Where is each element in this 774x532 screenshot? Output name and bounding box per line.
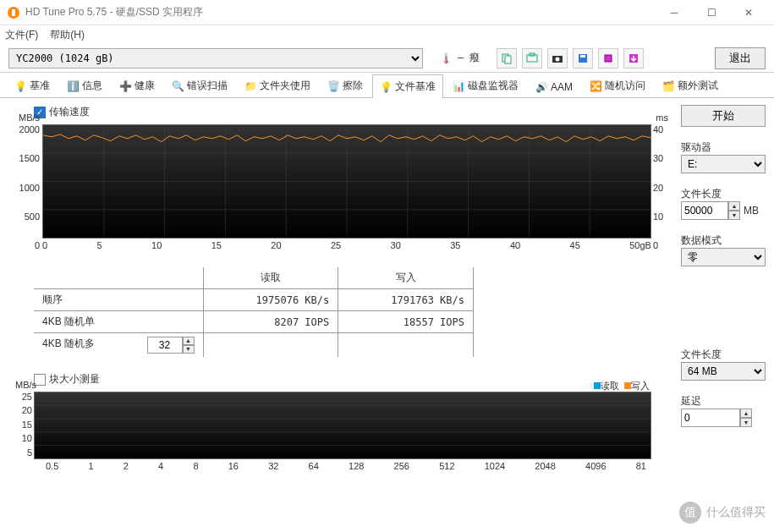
chart2-legend: 读取 写入 [594, 380, 650, 392]
exit-button[interactable]: 退出 [715, 47, 766, 69]
toolbar: YC2000 (1024 gB) 🌡️ — 癈 退出 [0, 44, 774, 73]
block-size-label: 块大小测量 [49, 372, 100, 387]
tab-random-access[interactable]: 🔀随机访问 [582, 74, 653, 97]
temp-value: — 癈 [458, 51, 480, 65]
svg-rect-9 [580, 55, 585, 58]
chart1-y-axis-right: 403020100 [653, 124, 675, 250]
y-unit-left: MB/s [19, 112, 40, 123]
watermark: 值 什么值得买 [679, 502, 766, 524]
speaker-icon: 🔊 [535, 81, 547, 93]
save-icon[interactable] [573, 48, 593, 69]
menubar: 文件(F) 帮助(H) [0, 25, 774, 44]
drive-letter-select[interactable]: E: [681, 155, 766, 173]
download-icon[interactable] [623, 48, 644, 69]
delay-input[interactable] [681, 409, 740, 427]
tab-aam[interactable]: 🔊AAM [528, 76, 580, 97]
tab-erase[interactable]: 🗑️擦除 [320, 74, 371, 97]
block-size-chart [34, 392, 651, 459]
gauge-icon: 💡 [14, 80, 26, 92]
tab-error-scan[interactable]: 🔍错误扫描 [164, 74, 235, 97]
file-length2-label: 文件长度 [681, 348, 766, 362]
monitor-icon: 📊 [453, 80, 464, 92]
delay-label: 延迟 [681, 394, 766, 409]
maximize-button[interactable]: ☐ [693, 1, 730, 25]
table-row: 4KB 随机多 ▲▼ [34, 333, 474, 358]
tab-disk-monitor[interactable]: 📊磁盘监视器 [445, 74, 526, 97]
delay-down[interactable]: ▼ [740, 418, 752, 427]
tab-file-benchmark[interactable]: 💡文件基准 [372, 74, 443, 98]
chart1-x-axis: 05101520253035404550gB [42, 239, 651, 250]
watermark-logo-icon: 值 [679, 502, 701, 524]
table-row: 顺序1975076 KB/s1791763 KB/s [34, 289, 474, 311]
data-mode-select[interactable]: 零 [681, 248, 766, 266]
tab-extra-tests[interactable]: 🗂️额外测试 [655, 74, 726, 97]
screenshot-icon[interactable] [522, 48, 542, 69]
chart2-y-axis: 2520151050 [15, 392, 32, 471]
file-len-up[interactable]: ▲ [728, 201, 740, 211]
file-bench-icon: 💡 [380, 81, 392, 93]
settings-icon[interactable] [598, 48, 618, 69]
file-length-label: 文件长度 [681, 187, 766, 201]
trash-icon: 🗑️ [327, 80, 339, 92]
tab-info[interactable]: ℹ️信息 [59, 74, 110, 97]
y-unit-right: ms [656, 112, 668, 123]
chart1-y-axis-left: 2000150010005000 [13, 124, 40, 250]
menu-file[interactable]: 文件(F) [5, 28, 38, 42]
queue-depth-input[interactable] [147, 337, 183, 354]
svg-point-7 [556, 57, 560, 61]
file-length-input[interactable] [681, 201, 728, 220]
qd-down[interactable]: ▼ [183, 345, 195, 354]
delay-up[interactable]: ▲ [740, 409, 752, 418]
random-icon: 🔀 [590, 80, 601, 92]
mb-unit: MB [744, 205, 759, 217]
tab-folder-usage[interactable]: 📁文件夹使用 [237, 74, 318, 97]
tabbar: 💡基准 ℹ️信息 ➕健康 🔍错误扫描 📁文件夹使用 🗑️擦除 💡文件基准 📊磁盘… [0, 73, 774, 98]
chart2-y-unit: MB/s [15, 380, 36, 390]
info-icon: ℹ️ [67, 80, 79, 92]
results-table: 读取写入 顺序1975076 KB/s1791763 KB/s 4KB 随机单8… [34, 267, 474, 357]
search-icon: 🔍 [172, 80, 184, 92]
file-len-down[interactable]: ▼ [728, 211, 740, 220]
drive-label: 驱动器 [681, 140, 766, 155]
close-button[interactable]: ✕ [730, 1, 767, 25]
start-button[interactable]: 开始 [681, 105, 766, 127]
transfer-speed-label: 传输速度 [49, 105, 90, 119]
titlebar: HD Tune Pro 5.75 - 硬盘/SSD 实用程序 ─ ☐ ✕ [0, 0, 774, 25]
tab-health[interactable]: ➕健康 [112, 74, 162, 97]
svg-rect-10 [605, 55, 612, 62]
svg-rect-3 [505, 56, 511, 63]
chart2-x-axis: 0.5124816326412825651210242048409681 [34, 459, 651, 471]
extra-icon: 🗂️ [662, 80, 674, 92]
menu-help[interactable]: 帮助(H) [50, 28, 85, 42]
sidebar: 开始 驱动器 E: 文件长度 ▲▼ MB 数据模式 零 文件长度 64 MB 延… [681, 105, 766, 471]
health-icon: ➕ [119, 80, 131, 92]
table-row: 4KB 随机单8207 IOPS18557 IOPS [34, 311, 474, 333]
minimize-button[interactable]: ─ [656, 1, 693, 25]
window-title: HD Tune Pro 5.75 - 硬盘/SSD 实用程序 [25, 5, 656, 19]
temperature-icon: 🌡️ [440, 52, 453, 64]
tab-benchmark[interactable]: 💡基准 [7, 74, 58, 97]
data-mode-label: 数据模式 [681, 233, 766, 248]
folder-icon: 📁 [244, 80, 256, 92]
app-icon [7, 6, 20, 19]
file-length2-select[interactable]: 64 MB [681, 362, 766, 381]
copy-icon[interactable] [497, 48, 517, 69]
transfer-speed-chart [42, 124, 651, 239]
drive-select[interactable]: YC2000 (1024 gB) [8, 48, 423, 69]
qd-up[interactable]: ▲ [183, 337, 195, 345]
camera-icon[interactable] [547, 48, 568, 69]
svg-rect-1 [12, 9, 15, 16]
